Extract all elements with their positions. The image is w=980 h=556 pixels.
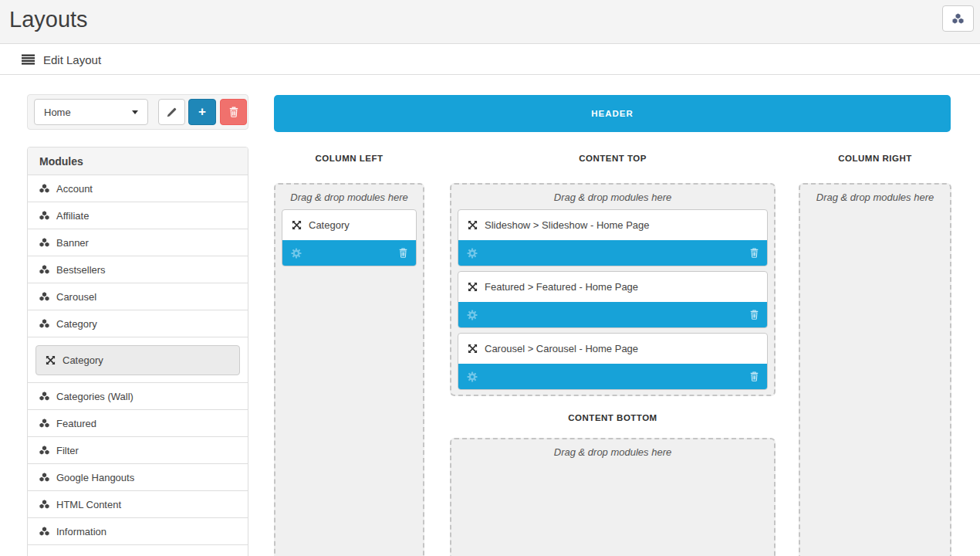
- placed-module-actions: [458, 302, 767, 327]
- placed-module-header: Featured > Featured - Home Page: [458, 272, 767, 302]
- settings-gear-icon[interactable]: [467, 248, 478, 259]
- module-label: Category: [56, 318, 97, 330]
- move-arrows-icon: [46, 355, 56, 365]
- module-label: Carousel: [56, 291, 96, 303]
- module-item-categories-wall[interactable]: Categories (Wall): [28, 383, 248, 410]
- content-top-heading: CONTENT TOP: [450, 154, 776, 169]
- module-label: Bestsellers: [56, 264, 106, 276]
- dropzone-column-left[interactable]: Drag & drop modules here Category: [274, 183, 424, 556]
- settings-gear-icon[interactable]: [467, 310, 478, 320]
- settings-gear-icon[interactable]: [467, 371, 478, 382]
- cubes-icon: [39, 392, 49, 401]
- cubes-icon: [39, 446, 49, 455]
- edit-layout-title: Edit Layout: [43, 53, 101, 66]
- module-drag-row: Category: [28, 337, 248, 383]
- layout-select[interactable]: Home: [34, 99, 148, 125]
- delete-layout-button[interactable]: [220, 99, 247, 125]
- dropzone-content-bottom[interactable]: Drag & drop modules here: [450, 438, 776, 556]
- move-arrows-icon: [468, 282, 478, 292]
- drop-hint: Drag & drop modules here: [458, 191, 768, 205]
- module-item-affiliate[interactable]: Affiliate: [28, 202, 248, 229]
- placed-module-header: Carousel > Carousel - Home Page: [458, 334, 767, 364]
- placed-module-header: Category: [282, 210, 416, 240]
- module-label: Category: [63, 354, 103, 366]
- layouts-overview-button[interactable]: [942, 5, 974, 32]
- module-item-featured[interactable]: Featured: [28, 410, 248, 437]
- cubes-icon: [39, 211, 49, 220]
- placed-module-featured[interactable]: Featured > Featured - Home Page: [458, 271, 768, 328]
- drop-hint: Drag & drop modules here: [806, 191, 944, 205]
- placed-module-slideshow[interactable]: Slideshow > Slideshow - Home Page: [458, 209, 768, 266]
- modules-panel-title: Modules: [28, 147, 248, 175]
- modules-panel: Modules Account Affiliate Banner Bestsel…: [27, 147, 248, 556]
- placed-module-header: Slideshow > Slideshow - Home Page: [458, 210, 767, 240]
- page-header-band: [0, 0, 980, 44]
- module-item-partial: [28, 545, 248, 556]
- cubes-icon: [39, 500, 49, 509]
- cubes-icon: [39, 238, 49, 247]
- module-label: Featured: [56, 418, 96, 429]
- placed-module-label: Carousel > Carousel - Home Page: [485, 343, 638, 354]
- move-arrows-icon: [468, 220, 478, 230]
- module-label: Affiliate: [56, 210, 89, 222]
- pencil-icon: [167, 107, 177, 117]
- remove-trash-icon[interactable]: [750, 310, 759, 320]
- module-item-google-hangouts[interactable]: Google Hangouts: [28, 464, 248, 491]
- module-item-account[interactable]: Account: [28, 175, 248, 202]
- module-drag-item-category[interactable]: Category: [35, 345, 240, 375]
- placed-module-carousel[interactable]: Carousel > Carousel - Home Page: [458, 333, 768, 390]
- edit-layout-button[interactable]: [158, 99, 185, 125]
- cubes-icon: [39, 473, 49, 482]
- page-title: Layouts: [9, 7, 88, 32]
- placed-module-actions: [458, 240, 767, 266]
- module-label: Banner: [56, 237, 89, 249]
- move-arrows-icon: [292, 220, 302, 230]
- cubes-icon: [39, 292, 49, 301]
- remove-trash-icon[interactable]: [750, 371, 759, 381]
- settings-gear-icon[interactable]: [291, 248, 302, 259]
- module-label: Google Hangouts: [56, 472, 134, 483]
- layout-select-value: Home: [44, 107, 71, 118]
- module-item-category[interactable]: Category: [28, 310, 248, 337]
- placed-module-category[interactable]: Category: [282, 209, 417, 266]
- plus-icon: +: [198, 104, 206, 120]
- placed-module-actions: [282, 240, 416, 266]
- module-label: HTML Content: [56, 499, 121, 510]
- module-label: Account: [56, 183, 93, 195]
- content-bottom-heading: CONTENT BOTTOM: [450, 413, 776, 429]
- module-label: Information: [56, 526, 106, 537]
- drop-hint: Drag & drop modules here: [282, 191, 417, 205]
- module-label: Filter: [56, 445, 79, 456]
- header-region-label: HEADER: [591, 109, 634, 118]
- drop-hint: Drag & drop modules here: [458, 446, 768, 459]
- placed-module-label: Featured > Featured - Home Page: [485, 281, 638, 293]
- module-label: Categories (Wall): [56, 391, 133, 402]
- module-item-carousel[interactable]: Carousel: [28, 283, 248, 310]
- placed-module-label: Slideshow > Slideshow - Home Page: [485, 219, 650, 231]
- edit-layout-panel-heading: Edit Layout: [0, 45, 980, 75]
- cubes-icon: [39, 184, 49, 193]
- column-left-heading: COLUMN LEFT: [274, 154, 424, 169]
- list-icon: [22, 54, 35, 65]
- remove-trash-icon[interactable]: [750, 248, 759, 258]
- dropzone-column-right[interactable]: Drag & drop modules here: [799, 183, 951, 556]
- cubes-icon: [39, 527, 49, 536]
- chevron-down-icon: [132, 110, 138, 114]
- trash-icon: [229, 107, 238, 117]
- placed-module-label: Category: [309, 219, 350, 231]
- module-item-bestsellers[interactable]: Bestsellers: [28, 256, 248, 283]
- cubes-icon: [39, 319, 49, 328]
- cubes-icon: [952, 13, 964, 24]
- layout-header-region: HEADER: [274, 95, 951, 132]
- cubes-icon: [39, 419, 49, 428]
- module-item-banner[interactable]: Banner: [28, 229, 248, 256]
- add-layout-button[interactable]: +: [188, 99, 216, 125]
- cubes-icon: [39, 265, 49, 274]
- module-item-html-content[interactable]: HTML Content: [28, 491, 248, 518]
- placed-module-actions: [458, 364, 767, 389]
- module-item-information[interactable]: Information: [28, 518, 248, 545]
- move-arrows-icon: [468, 344, 478, 354]
- module-item-filter[interactable]: Filter: [28, 437, 248, 464]
- remove-trash-icon[interactable]: [399, 248, 407, 258]
- dropzone-content-top[interactable]: Drag & drop modules here Slideshow > Sli…: [450, 183, 776, 396]
